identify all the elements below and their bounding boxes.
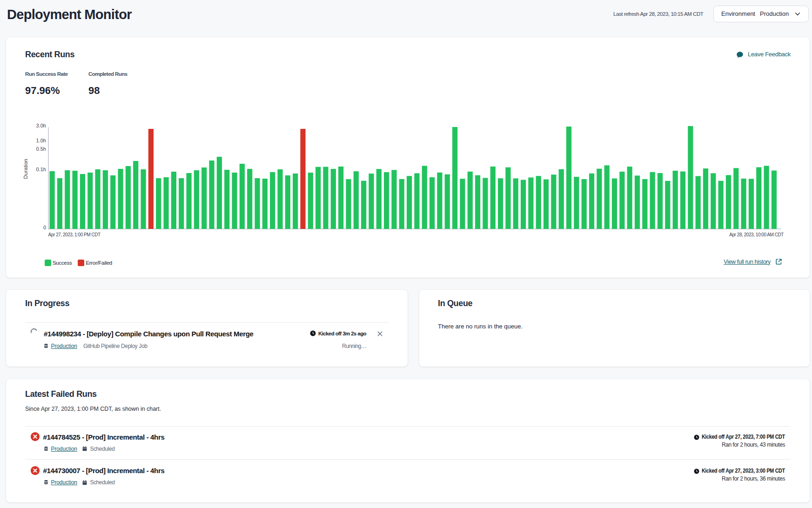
svg-text:Apr 27, 2023, 1:00 PM CDT: Apr 27, 2023, 1:00 PM CDT	[48, 232, 101, 237]
svg-text:3.0h: 3.0h	[36, 123, 46, 128]
svg-text:1.0h: 1.0h	[36, 138, 46, 143]
svg-text:Apr 28, 2023, 10:00 AM CDT: Apr 28, 2023, 10:00 AM CDT	[729, 232, 784, 237]
svg-text:0: 0	[43, 225, 46, 230]
svg-text:0.1h: 0.1h	[36, 167, 46, 172]
svg-text:0.5h: 0.5h	[36, 146, 46, 152]
svg-text:Duration: Duration	[23, 159, 28, 179]
